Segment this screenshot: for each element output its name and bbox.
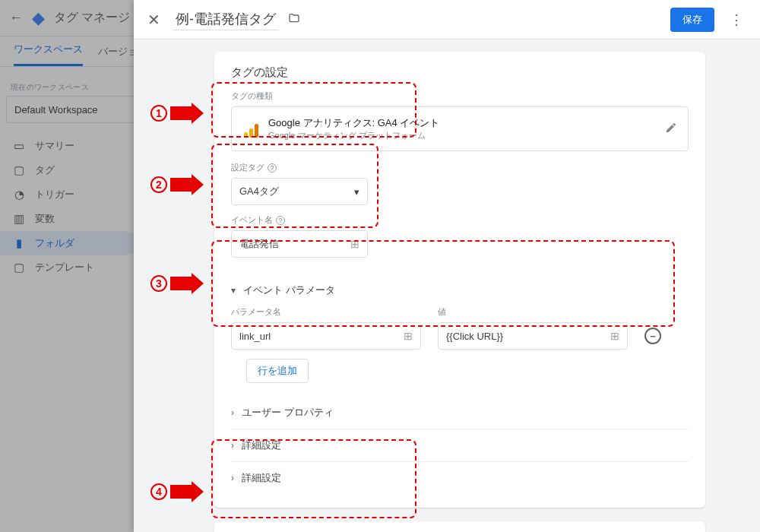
event-name-input[interactable]: 電話発信 ⊞ [231, 230, 368, 258]
edit-tag-type-icon[interactable] [665, 122, 677, 136]
param-value-input[interactable]: {{Click URL}} ⊞ [438, 322, 628, 350]
event-name-value: 電話発信 [239, 237, 279, 251]
config-tag-label: 設定タグ? [231, 162, 689, 173]
config-tag-dropdown[interactable]: GA4タグ ▾ [231, 178, 368, 205]
editor-body: タグの設定 タグの種類 Google アナリティクス: GA4 イベント Goo… [134, 40, 760, 532]
help-icon[interactable]: ? [276, 216, 285, 225]
tag-type-row[interactable]: Google アナリティクス: GA4 イベント Google マーケティング … [231, 106, 689, 151]
tag-config-card: タグの設定 タグの種類 Google アナリティクス: GA4 イベント Goo… [214, 52, 705, 508]
param-value-value: {{Click URL}} [446, 331, 503, 342]
chevron-right-icon: › [231, 473, 234, 483]
tag-name-input[interactable]: 例-電話発信タグ [173, 8, 279, 30]
variable-insert-icon[interactable]: ⊞ [610, 330, 619, 342]
ga4-icon [242, 121, 259, 138]
chevron-right-icon: › [231, 440, 234, 451]
event-params-expander[interactable]: ▾ イベント パラメータ [231, 274, 689, 306]
tag-config-title: タグの設定 [231, 65, 689, 80]
param-value-label: 値 [438, 306, 628, 318]
tag-type-label: タグの種類 [231, 90, 689, 102]
advanced-settings-expander[interactable]: › 詳細設定 [231, 429, 689, 461]
param-name-input[interactable]: link_url ⊞ [231, 322, 421, 350]
help-icon[interactable]: ? [268, 163, 277, 173]
chevron-down-icon: ▾ [354, 186, 359, 198]
advanced-settings-expander-2[interactable]: › 詳細設定 [231, 462, 689, 494]
param-row: パラメータ名 link_url ⊞ 値 {{Click URL}} ⊞ − [231, 306, 689, 350]
save-button[interactable]: 保存 [670, 8, 714, 32]
chevron-right-icon: › [231, 407, 234, 418]
triggers-card: トリガー 配信トリガー 🔗 例-電話発信トリガー リンクのみ [214, 521, 705, 532]
user-properties-expander[interactable]: › ユーザー プロパティ [231, 397, 689, 429]
param-name-value: link_url [239, 331, 271, 342]
tag-type-subtitle: Google マーケティング プラットフォーム [268, 130, 439, 141]
close-icon[interactable]: ✕ [144, 11, 163, 29]
editor-header: ✕ 例-電話発信タグ 保存 ⋮ [134, 0, 760, 40]
tag-editor-panel: ✕ 例-電話発信タグ 保存 ⋮ タグの設定 タグの種類 Google アナリティ… [134, 0, 760, 532]
event-params-label: イベント パラメータ [243, 283, 335, 297]
advanced-settings-label-2: 詳細設定 [242, 471, 281, 485]
more-menu-icon[interactable]: ⋮ [724, 11, 749, 28]
variable-insert-icon[interactable]: ⊞ [404, 330, 413, 342]
user-properties-label: ユーザー プロパティ [242, 406, 334, 420]
add-row-button[interactable]: 行を追加 [246, 359, 309, 383]
chevron-down-icon: ▾ [231, 285, 236, 296]
param-name-label: パラメータ名 [231, 306, 421, 318]
tag-type-name: Google アナリティクス: GA4 イベント [268, 116, 439, 130]
folder-icon[interactable] [288, 12, 300, 27]
advanced-settings-label: 詳細設定 [242, 439, 281, 452]
config-tag-value: GA4タグ [239, 185, 279, 198]
remove-row-icon[interactable]: − [644, 328, 661, 344]
variable-insert-icon[interactable]: ⊞ [350, 238, 359, 250]
event-name-label: イベント名? [231, 214, 689, 226]
